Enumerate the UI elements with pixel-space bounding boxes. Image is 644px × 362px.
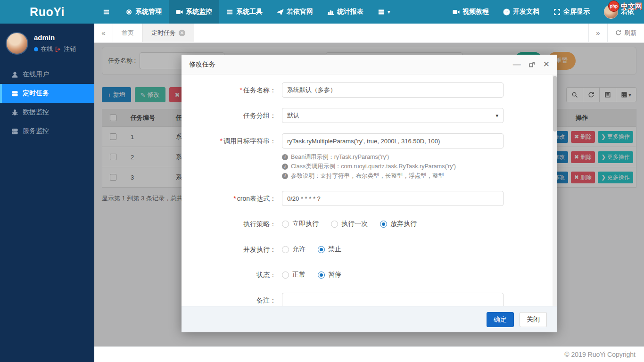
nav-item-label: 统计报表 xyxy=(337,8,363,16)
nav-item-label: 若依官网 xyxy=(287,8,313,16)
hint-text: Bean调用示例：ryTask.ryParams('ry') xyxy=(291,153,389,161)
hint-text: 参数说明：支持字符串，布尔类型，长整型，浮点型，整型 xyxy=(291,172,444,180)
caret-down-icon: ▾ xyxy=(495,113,498,118)
radio-policy-abandon[interactable]: 放弃执行 xyxy=(380,220,417,228)
user-info: admin 在线 注销 xyxy=(34,33,76,53)
tab-label: 首页 xyxy=(122,29,134,37)
nav-item-system-monitor[interactable]: 系统监控 xyxy=(169,0,219,24)
sidebar-item-label: 服务监控 xyxy=(23,127,49,135)
status-radio-group: 正常 暂停 xyxy=(282,267,504,279)
scrollbar-thumb[interactable] xyxy=(553,76,557,132)
user-panel: admin 在线 注销 xyxy=(0,24,94,65)
app-logo[interactable]: RuoYi xyxy=(0,0,94,24)
cancel-button[interactable]: 关闭 xyxy=(520,312,547,327)
sidebar: admin 在线 注销 在线用户 定时任务 数据监控 xyxy=(0,24,94,362)
radio-icon xyxy=(282,272,289,279)
refresh-tab-button[interactable]: 刷新 xyxy=(607,24,644,42)
invoke-target-input[interactable] xyxy=(282,133,504,148)
hamburger-icon xyxy=(103,8,110,16)
job-group-value: 默认 xyxy=(287,111,299,120)
info-icon: i xyxy=(282,173,288,179)
job-name-input[interactable] xyxy=(282,82,504,98)
policy-label: 执行策略： xyxy=(243,220,276,228)
confirm-button[interactable]: 确定 xyxy=(487,312,514,327)
radio-icon xyxy=(331,221,338,228)
chevron-double-left-icon: « xyxy=(101,29,105,37)
cron-label: cron表达式： xyxy=(237,195,276,202)
sidebar-item-label: 在线用户 xyxy=(23,70,49,79)
field-label: 执行策略： xyxy=(189,216,282,231)
tabs-scroll-left-button[interactable]: « xyxy=(94,24,113,42)
refresh-label: 刷新 xyxy=(624,29,636,37)
form-row-status: 状态： 正常 暂停 xyxy=(189,267,553,282)
nav-item-official-site[interactable]: 若依官网 xyxy=(270,0,320,24)
site-watermark: php 中文网 xyxy=(608,0,642,12)
sidebar-item-online-users[interactable]: 在线用户 xyxy=(0,65,94,84)
hint-line: i参数说明：支持字符串，布尔类型，长整型，浮点型，整型 xyxy=(282,171,504,181)
caret-down-icon: ▾ xyxy=(388,9,390,15)
radio-status-normal[interactable]: 正常 xyxy=(282,271,305,279)
concurrent-radio-group: 允许 禁止 xyxy=(282,242,504,254)
server-icon xyxy=(11,128,18,135)
form-row-concurrent: 并发执行： 允许 禁止 xyxy=(189,242,553,257)
nav-item-fullscreen[interactable]: 全屏显示 xyxy=(546,0,597,24)
video-icon xyxy=(453,8,460,16)
sidebar-item-data-monitor[interactable]: 数据监控 xyxy=(0,103,94,122)
concurrent-label: 并发执行： xyxy=(243,246,276,253)
nav-item-label: 系统工具 xyxy=(236,8,263,16)
radio-concurrent-allow[interactable]: 允许 xyxy=(282,245,305,254)
tab-home[interactable]: 首页 xyxy=(113,24,142,42)
tab-label: 定时任务 xyxy=(151,29,176,37)
username: admin xyxy=(34,33,76,41)
field-label: 并发执行： xyxy=(189,242,282,257)
nav-item-statistics[interactable]: 统计报表 xyxy=(320,0,371,24)
nav-item-video-tutorial[interactable]: 视频教程 xyxy=(446,0,496,24)
remark-textarea[interactable] xyxy=(282,293,504,306)
main-menu: 系统管理 系统监控 系统工具 若依官网 统计报表 ▾ xyxy=(94,0,397,24)
field-label: *调用目标字符串： xyxy=(189,133,282,148)
tab-cron-jobs[interactable]: 定时任务 ✕ xyxy=(142,24,194,42)
svg-text:?: ? xyxy=(505,9,508,14)
modal-title: 修改任务 xyxy=(189,60,215,69)
sidebar-toggle-button[interactable] xyxy=(94,0,118,24)
top-navbar: RuoYi 系统管理 系统监控 系统工具 若依官网 xyxy=(0,0,644,24)
radio-icon xyxy=(380,221,387,228)
close-icon[interactable]: ✕ xyxy=(543,60,550,68)
required-mark: * xyxy=(233,195,236,202)
fullscreen-icon xyxy=(553,8,561,16)
nav-menu-dropdown[interactable]: ▾ xyxy=(371,0,397,24)
hint-line: iClass类调用示例：com.ruoyi.quartz.task.RyTask… xyxy=(282,162,504,171)
job-group-select[interactable]: 默认 ▾ xyxy=(282,108,504,123)
sidebar-item-cron-jobs[interactable]: 定时任务 xyxy=(0,84,94,103)
cron-expression-input[interactable] xyxy=(282,191,504,206)
radio-status-paused[interactable]: 暂停 xyxy=(318,271,341,279)
nav-item-system-tools[interactable]: 系统工具 xyxy=(219,0,270,24)
sidebar-item-server-monitor[interactable]: 服务监控 xyxy=(0,122,94,140)
radio-policy-immediate[interactable]: 立即执行 xyxy=(282,220,319,228)
radio-label: 放弃执行 xyxy=(390,220,417,228)
maximize-icon[interactable] xyxy=(528,61,536,68)
user-icon xyxy=(11,71,18,78)
nav-item-label: 系统管理 xyxy=(135,8,162,16)
nav-item-system-management[interactable]: 系统管理 xyxy=(118,0,169,24)
minimize-icon[interactable]: — xyxy=(513,60,521,68)
tasks-icon xyxy=(11,90,18,97)
avatar[interactable] xyxy=(6,32,28,55)
radio-policy-once[interactable]: 执行一次 xyxy=(331,220,368,228)
modal-body: *任务名称： 任务分组： 默认 ▾ *调用目标字符串： iBean调用示例： xyxy=(182,75,553,306)
remark-label: 备注： xyxy=(256,296,276,304)
tab-close-icon[interactable]: ✕ xyxy=(179,30,185,36)
radio-concurrent-forbid[interactable]: 禁止 xyxy=(318,245,341,254)
logout-link[interactable]: 注销 xyxy=(64,45,76,53)
nav-item-dev-docs[interactable]: ? 开发文档 xyxy=(496,0,546,24)
nav-item-label: 全屏显示 xyxy=(563,8,590,16)
nav-item-label: 开发文档 xyxy=(513,8,539,16)
policy-radio-group: 立即执行 执行一次 放弃执行 xyxy=(282,216,504,228)
php-badge-icon: php xyxy=(608,0,619,12)
tabs-scroll-right-button[interactable]: » xyxy=(588,24,607,42)
radio-label: 立即执行 xyxy=(292,220,319,228)
form-row-job-group: 任务分组： 默认 ▾ xyxy=(189,108,553,123)
radio-label: 禁止 xyxy=(328,245,341,254)
modal-window-controls: — ✕ xyxy=(513,60,550,68)
online-label: 在线 xyxy=(41,45,53,53)
